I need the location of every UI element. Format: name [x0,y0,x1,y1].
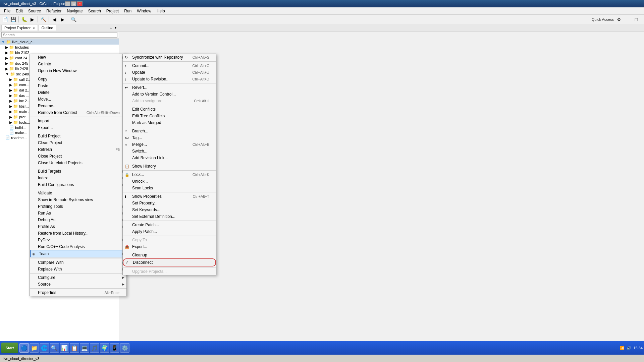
ctx-copy[interactable]: Copy [30,76,126,82]
sub-show-properties[interactable]: ℹ Show Properties Ctrl+Alt+T [123,193,216,200]
menu-edit[interactable]: Edit [13,8,25,14]
sub-edit-conflicts[interactable]: Edit Conflicts [123,106,216,113]
ctx-compare-with[interactable]: Compare With [30,259,126,266]
menu-project[interactable]: Project [104,8,121,14]
menu-file[interactable]: File [1,8,13,14]
debug-button[interactable]: 🐛 [20,16,28,23]
build-button[interactable]: 🔨 [40,16,47,23]
ctx-build-targets[interactable]: Build Targets [30,168,126,175]
panel-close-btn[interactable]: × [33,26,35,30]
sub-show-history[interactable]: 📋 Show History [123,163,216,170]
save-button[interactable]: 💾 [9,16,17,23]
ctx-run-analysis[interactable]: Run C/C++ Code Analysis [30,243,126,250]
ctx-refresh[interactable]: Refresh F5 [30,146,126,153]
menu-search[interactable]: Search [86,8,104,14]
menu-source[interactable]: Source [25,8,44,14]
sub-switch[interactable]: Switch... [123,148,216,155]
sub-sync[interactable]: ↻ Synchronize with Repository Ctrl+Alt+S [123,54,216,61]
ctx-validate[interactable]: Validate [30,190,126,196]
taskbar-app-eclipse[interactable]: 🔵 [19,343,29,353]
sub-lock[interactable]: 🔒 Lock... Ctrl+Alt+K [123,171,216,178]
close-button[interactable]: × [77,1,83,6]
ctx-open-new-window[interactable]: Open in New Window [30,67,126,74]
sub-update-revision[interactable]: ↓ Update to Revision... Ctrl+Alt+D [123,76,216,82]
outline-tab[interactable]: Outline [39,25,56,31]
ctx-replace-with[interactable]: Replace With [30,266,126,273]
sub-create-patch[interactable]: Create Patch... [123,222,216,228]
ctx-source[interactable]: Source [30,281,126,288]
ctx-profile-as[interactable]: Profile As [30,223,126,230]
taskbar-app-5[interactable]: 📊 [60,343,69,353]
minimize-button[interactable]: _ [65,1,70,6]
ctx-close-project[interactable]: Close Project [30,153,126,160]
sub-apply-patch[interactable]: Apply Patch... [123,228,216,235]
taskbar-app-9[interactable]: 🌍 [100,343,109,353]
panel-minimize-btn[interactable]: — [103,25,108,30]
ctx-rename[interactable]: Rename... [30,103,126,109]
taskbar-app-4[interactable]: 🔍 [50,343,59,353]
sub-set-external[interactable]: Set External Definition... [123,213,216,220]
sub-scan-locks[interactable]: Scan Locks [123,185,216,191]
sub-branch[interactable]: ⑂ Branch... [123,128,216,134]
sub-export[interactable]: 📤 Export... [123,243,216,250]
new-button[interactable]: 📄 [1,16,9,23]
menu-help[interactable]: Help [154,8,168,14]
ctx-export[interactable]: Export... [30,124,126,131]
ctx-import[interactable]: Import... [30,118,126,124]
ctx-run-as[interactable]: Run As [30,210,126,217]
ctx-build-project[interactable]: Build Project [30,133,126,139]
search-input[interactable] [1,32,117,38]
menu-refactor[interactable]: Refactor [44,8,64,14]
run-button[interactable]: ▶ [29,16,36,23]
ctx-paste[interactable]: Paste [30,82,126,89]
ctx-clean-project[interactable]: Clean Project [30,139,126,146]
sub-update[interactable]: ↓ Update Ctrl+Alt+U [123,69,216,76]
ctx-pydev[interactable]: PyDev [30,237,126,243]
ctx-show-remote[interactable]: Show in Remote Systems view [30,196,126,203]
ctx-profiling[interactable]: Profiling Tools [30,203,126,210]
sub-set-property[interactable]: Set Property... [123,200,216,206]
search-toolbar-button[interactable]: 🔍 [70,16,77,23]
back-button[interactable]: ◀ [51,16,58,23]
tree-includes[interactable]: ▶ 📁 Includes [0,45,119,50]
ctx-go-into[interactable]: Go Into [30,61,126,67]
ctx-configure[interactable]: Configure [30,274,126,281]
start-button[interactable]: Start [1,343,18,353]
sub-tag[interactable]: 🏷 Tag... [123,134,216,141]
sub-add-version[interactable]: Add to Version Control... [123,91,216,98]
project-explorer-tab[interactable]: Project Explorer × [1,25,38,31]
panel-maximize-btn[interactable]: □ [109,25,113,30]
ctx-properties[interactable]: Properties Alt+Enter [30,289,126,296]
quick-access-button[interactable]: ⚙ [615,16,623,23]
sub-edit-tree-conflicts[interactable]: Edit Tree Conflicts [123,113,216,119]
sub-commit[interactable]: ↑ Commit... Ctrl+Alt+C [123,62,216,69]
ctx-team[interactable]: ◉ Team [30,250,126,257]
sub-merge[interactable]: ⑃ Merge... Ctrl+Alt+E [123,141,216,148]
forward-button[interactable]: ▶ [59,16,66,23]
titlebar-controls[interactable]: _ □ × [65,1,83,6]
taskbar-app-10[interactable]: 📱 [110,343,119,353]
menu-navigate[interactable]: Navigate [64,8,85,14]
taskbar-app-files[interactable]: 📁 [30,343,39,353]
sub-disconnect[interactable]: ✓ Disconnect [123,258,216,266]
sub-revert[interactable]: ↩ Revert... [123,84,216,91]
sub-set-keywords[interactable]: Set Keywords... [123,206,216,213]
taskbar-app-3[interactable]: 🌐 [40,343,49,353]
ctx-debug-as[interactable]: Debug As [30,217,126,223]
sub-add-revision-link[interactable]: Add Revision Link... [123,155,216,161]
tree-root[interactable]: ▼ 📁 live_cloud_c... [0,39,119,45]
taskbar-app-8[interactable]: 🎵 [90,343,99,353]
maximize-panel-button[interactable]: □ [633,16,640,23]
ctx-close-unrelated[interactable]: Close Unrelated Projects [30,160,126,166]
ctx-new[interactable]: New [30,54,126,61]
ctx-move[interactable]: Move... [30,96,126,103]
ctx-build-configs[interactable]: Build Configurations [30,181,126,188]
ctx-index[interactable]: Index [30,175,126,181]
ctx-delete[interactable]: Delete [30,89,126,96]
taskbar-app-6[interactable]: 📋 [70,343,79,353]
taskbar-app-7[interactable]: 💻 [80,343,89,353]
panel-settings-btn[interactable]: ▾ [114,25,117,30]
minimize-panel-button[interactable]: — [624,16,631,23]
sub-cleanup[interactable]: Cleanup [123,252,216,258]
sub-unlock[interactable]: Unlock... [123,178,216,185]
